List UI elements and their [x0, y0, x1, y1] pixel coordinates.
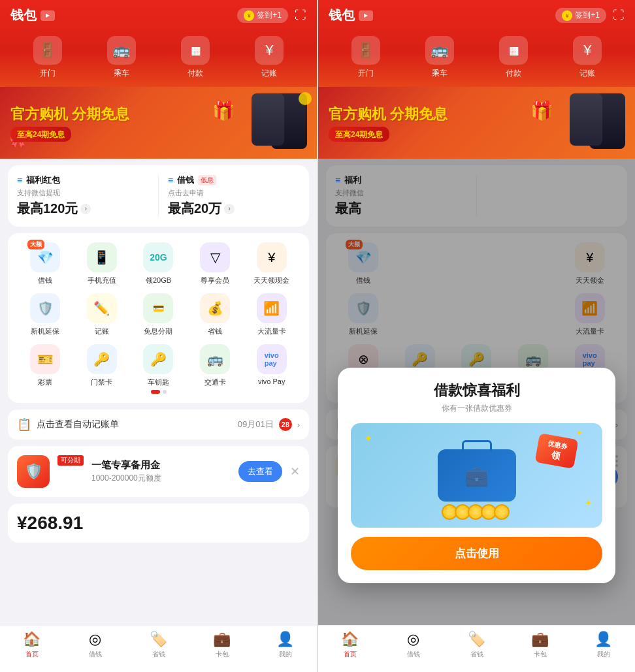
left-service-datacard[interactable]: 📶 大流量卡: [243, 293, 300, 336]
right-nav-wallet[interactable]: 💼 卡包: [508, 631, 572, 659]
right-door-label: 开门: [358, 68, 374, 79]
left-service-label-data: 领20GB: [146, 276, 171, 285]
left-qa-bus[interactable]: 🚌 乘车: [107, 36, 136, 79]
left-account-left: 📋 点击查看自动记账单: [17, 417, 119, 432]
right-coupon-text: 优惠券 领: [545, 439, 568, 463]
left-expand-icon[interactable]: ⛶: [295, 8, 306, 22]
left-sign-label: 签到+1: [257, 10, 282, 21]
left-benefits-row: ≡ 福利红包 支持微信提现 最高120元 › ≡ 借钱 低息: [17, 174, 300, 217]
right-qa-ledger[interactable]: ¥ 记账: [573, 36, 602, 79]
right-sign-button[interactable]: ¥ 签到+1: [555, 8, 606, 23]
right-bus-icon: 🚌: [425, 36, 454, 65]
left-account-right: 09月01日 28 ›: [238, 418, 300, 431]
left-benefit-divider: [158, 174, 159, 217]
left-service-icon-access: 🔑: [87, 344, 117, 374]
right-nav-loan[interactable]: ◎ 借钱: [382, 631, 445, 659]
right-ledger-label: 记账: [579, 68, 595, 79]
left-benefit-loan[interactable]: ≡ 借钱 低息 点击去申请 最高20万 ›: [168, 174, 300, 217]
left-banner-subtitle: 至高24期免息: [10, 127, 71, 142]
right-nav-save-icon: 🏷️: [468, 631, 485, 648]
left-service-loan[interactable]: 大额 💎 借钱: [17, 242, 74, 285]
left-service-installment[interactable]: 💳 免息分期: [130, 293, 187, 336]
left-service-transit[interactable]: 🚌 交通卡: [187, 344, 244, 387]
right-qa-bus[interactable]: 🚌 乘车: [425, 36, 454, 79]
right-nav-save[interactable]: 🏷️ 省钱: [445, 631, 508, 659]
left-service-icon-cash: ¥: [257, 242, 287, 272]
right-banner-content: 官方购机 分期免息 至高24期免息: [318, 104, 458, 142]
right-banner-phones: 🎁: [504, 87, 635, 159]
right-qa-door[interactable]: 🚪 开门: [351, 36, 380, 79]
right-nav-mine[interactable]: 👤 我的: [572, 631, 635, 659]
left-pay-icon: ▦: [181, 36, 210, 65]
left-nav-loan[interactable]: ◎ 借钱: [63, 631, 127, 659]
left-nav-wallet[interactable]: 💼 卡包: [190, 631, 253, 659]
left-service-cash[interactable]: ¥ 天天领现金: [243, 242, 300, 285]
left-nav-home[interactable]: 🏠 首页: [0, 631, 63, 659]
left-service-icon-vip: ▽: [200, 242, 230, 272]
left-service-carkey[interactable]: 🔑 车钥匙: [130, 344, 187, 387]
left-benefit-header-1: ≡ 福利红包: [17, 174, 149, 186]
left-service-warranty[interactable]: 🛡️ 新机延保: [17, 293, 74, 336]
left-title-text: 钱包: [10, 7, 37, 24]
left-benefit-icon-1: ≡: [17, 175, 22, 185]
right-nav-home[interactable]: 🏠 首页: [318, 631, 382, 659]
left-service-vivopay[interactable]: vivopay vivo Pay: [243, 344, 300, 387]
left-promo-close[interactable]: ✕: [290, 464, 300, 479]
left-promo-text: 一笔专享备用金 1000-200000元额度: [91, 459, 231, 484]
left-promo-btn[interactable]: 去查看: [238, 461, 282, 482]
left-benefit-name-2: 借钱: [177, 174, 194, 186]
right-modal-cta[interactable]: 点击使用: [351, 537, 602, 570]
left-banner-subtitle-text: 至高24期免息: [17, 130, 65, 139]
right-door-icon: 🚪: [351, 36, 380, 65]
right-qa-pay[interactable]: ▦ 付款: [499, 36, 528, 79]
left-dot-2: [163, 390, 167, 394]
left-banner[interactable]: 官方购机 分期免息 至高24期免息 🎁 🎀: [0, 87, 317, 159]
left-service-label-carkey: 车钥匙: [148, 377, 169, 387]
left-nav-mine-icon: 👤: [276, 631, 294, 648]
left-service-icon-loan: 大额 💎: [30, 242, 60, 272]
left-promo-title: 一笔专享备用金: [91, 459, 231, 472]
left-service-label-bills: 记账: [95, 327, 109, 336]
right-coin-5: [494, 504, 510, 520]
right-sparkle-3: ✦: [585, 498, 593, 508]
left-service-topup[interactable]: 📱 手机充值: [74, 242, 131, 285]
right-pay-icon: ▦: [499, 36, 528, 65]
left-dots-row: [17, 390, 300, 394]
right-modal: 借款惊喜福利 你有一张借款优惠券 💼 优惠券 领: [338, 368, 615, 583]
right-expand-icon[interactable]: ⛶: [613, 8, 625, 22]
left-qa-door[interactable]: 🚪 开门: [33, 36, 62, 79]
right-banner[interactable]: 官方购机 分期免息 至高24期免息 🎁: [318, 87, 635, 159]
left-qa-pay[interactable]: ▦ 付款: [181, 36, 210, 79]
right-play-button[interactable]: [359, 10, 373, 21]
left-service-bills[interactable]: ✏️ 记账: [74, 293, 131, 336]
left-benefit-name-1: 福利红包: [26, 174, 60, 186]
left-service-label-warranty: 新机延保: [31, 327, 59, 336]
left-service-access[interactable]: 🔑 门禁卡: [74, 344, 131, 387]
left-panel: 钱包 ¥ 签到+1 ⛶ 🚪 开门 🚌 乘车 ▦ 付款: [0, 0, 317, 672]
left-play-button[interactable]: [41, 10, 55, 21]
left-service-save[interactable]: 💰 省钱: [187, 293, 244, 336]
left-services-grid: 大额 💎 借钱 📱 手机充值 20G 领20GB ▽ 尊享会员: [17, 242, 300, 387]
left-service-icon-topup: 📱: [87, 242, 117, 272]
left-sign-button[interactable]: ¥ 签到+1: [237, 8, 288, 23]
left-pay-label: 付款: [187, 68, 203, 79]
left-qa-ledger[interactable]: ¥ 记账: [255, 36, 284, 79]
left-service-label-vip: 尊享会员: [201, 276, 229, 285]
left-account-row[interactable]: 📋 点击查看自动记账单 09月01日 28 ›: [8, 409, 309, 440]
left-service-lottery[interactable]: 🎫 彩票: [17, 344, 74, 387]
left-service-label-access: 门禁卡: [91, 377, 112, 387]
right-scroll-content: ≡ 福利 支持微信 最高: [318, 159, 635, 625]
left-benefits-card: ≡ 福利红包 支持微信提现 最高120元 › ≡ 借钱 低息: [8, 165, 309, 227]
left-promo-badge: 可分期: [57, 455, 84, 466]
left-nav-save[interactable]: 🏷️ 省钱: [127, 631, 190, 659]
right-nav-save-label: 省钱: [470, 650, 483, 659]
left-benefit-arrow-2: ›: [224, 204, 235, 214]
left-service-icon-transit: 🚌: [200, 344, 230, 374]
left-service-data[interactable]: 20G 领20GB: [130, 242, 187, 285]
left-service-vip[interactable]: ▽ 尊享会员: [187, 242, 244, 285]
left-benefit-hongbao[interactable]: ≡ 福利红包 支持微信提现 最高120元 ›: [17, 174, 149, 217]
left-nav-mine[interactable]: 👤 我的: [253, 631, 317, 659]
right-header: 钱包 ¥ 签到+1 ⛶ 🚪 开门 🚌 乘车 ▦ 付款: [318, 0, 635, 87]
right-sparkle-2: ✦: [576, 428, 583, 438]
left-banner-content: 官方购机 分期免息 至高24期免息: [0, 104, 140, 142]
